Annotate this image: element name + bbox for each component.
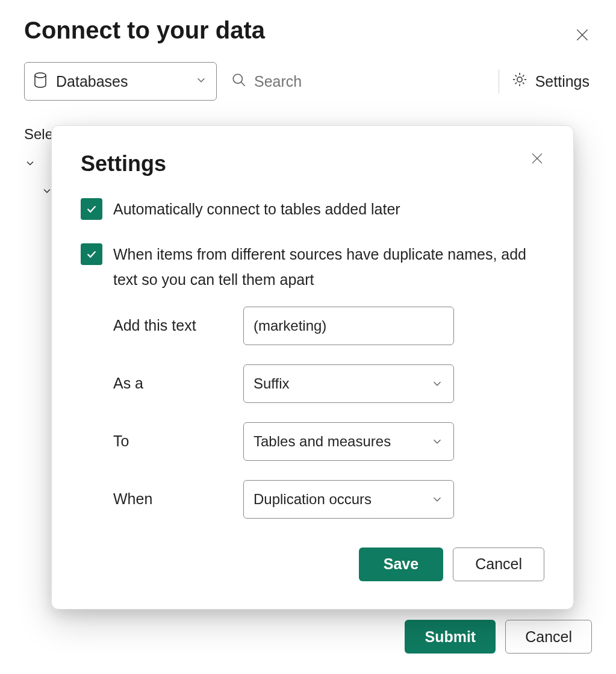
close-icon <box>574 27 590 43</box>
databases-dropdown[interactable]: Databases <box>24 62 217 101</box>
svg-point-2 <box>35 73 46 78</box>
page-title: Connect to your data <box>0 0 616 56</box>
to-value: Tables and measures <box>254 433 391 450</box>
chevron-down-icon <box>431 435 444 448</box>
settings-modal: Settings Automatically connect to tables… <box>51 125 574 610</box>
close-dialog-button[interactable] <box>573 25 592 45</box>
submit-button[interactable]: Submit <box>405 620 496 654</box>
search-input[interactable] <box>254 73 375 90</box>
svg-line-4 <box>241 82 245 86</box>
modal-title: Settings <box>81 151 544 176</box>
search-icon <box>231 72 247 90</box>
check-icon <box>85 248 98 261</box>
database-icon <box>33 72 48 91</box>
auto-connect-checkbox[interactable] <box>81 198 102 220</box>
close-icon <box>530 151 544 166</box>
check-icon <box>85 202 98 216</box>
chevron-down-icon <box>194 73 208 89</box>
chevron-down-icon <box>431 377 444 390</box>
svg-point-3 <box>233 74 242 83</box>
auto-connect-label: Automatically connect to tables added la… <box>113 197 400 222</box>
chevron-down-icon <box>431 493 444 506</box>
add-text-input[interactable] <box>243 307 454 345</box>
when-select[interactable]: Duplication occurs <box>243 480 454 519</box>
chevron-down-icon <box>24 157 36 169</box>
settings-button[interactable]: Settings <box>509 67 592 95</box>
save-button[interactable]: Save <box>359 548 443 581</box>
when-value: Duplication occurs <box>254 491 372 508</box>
divider <box>499 69 499 93</box>
as-a-label: As a <box>113 375 243 392</box>
svg-point-5 <box>517 77 522 82</box>
add-text-label: Add this text <box>113 317 243 334</box>
to-label: To <box>113 432 243 450</box>
modal-cancel-button[interactable]: Cancel <box>453 548 544 581</box>
as-a-select[interactable]: Suffix <box>243 364 454 403</box>
gear-icon <box>511 71 528 92</box>
modal-close-button[interactable] <box>530 151 544 168</box>
databases-label: Databases <box>56 73 186 90</box>
as-a-value: Suffix <box>254 375 290 392</box>
dedupe-label: When items from different sources have d… <box>113 242 544 292</box>
cancel-button[interactable]: Cancel <box>505 620 592 654</box>
to-select[interactable]: Tables and measures <box>243 422 454 461</box>
settings-label: Settings <box>535 73 590 90</box>
search-field[interactable] <box>226 72 489 90</box>
dedupe-checkbox[interactable] <box>81 243 102 265</box>
when-label: When <box>113 490 243 508</box>
